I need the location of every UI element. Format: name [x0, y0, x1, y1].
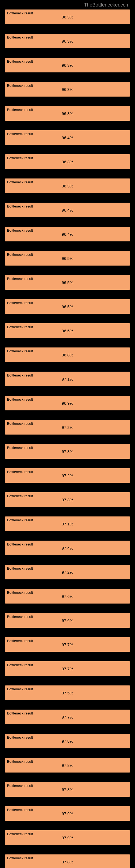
- bar-value: 96.3%: [62, 87, 74, 92]
- bar-value: 96.5%: [62, 329, 74, 333]
- bar-label: Bottleneck result: [7, 494, 33, 498]
- bar-row: Bottleneck result96.4%: [5, 130, 130, 145]
- bar-label: Bottleneck result: [7, 518, 33, 522]
- bottleneck-chart: Bottleneck result96.3%Bottleneck result9…: [0, 9, 135, 868]
- bar-label: Bottleneck result: [7, 373, 33, 377]
- bar-label: Bottleneck result: [7, 446, 33, 450]
- bar-row: Bottleneck result96.5%: [5, 299, 130, 314]
- bar-value: 96.8%: [62, 352, 74, 357]
- bar-value: 97.8%: [62, 763, 74, 768]
- bar-value: 96.3%: [62, 159, 74, 164]
- bar-row: Bottleneck result96.5%: [5, 251, 130, 266]
- bar-row: Bottleneck result96.3%: [5, 154, 130, 169]
- bar-label: Bottleneck result: [7, 301, 33, 305]
- bar-label: Bottleneck result: [7, 590, 33, 595]
- bar-row: Bottleneck result97.6%: [5, 613, 130, 628]
- bar-label: Bottleneck result: [7, 711, 33, 715]
- bar-label: Bottleneck result: [7, 760, 33, 764]
- bar-label: Bottleneck result: [7, 784, 33, 788]
- bar-row: Bottleneck result97.8%: [5, 734, 130, 748]
- bar-label: Bottleneck result: [7, 566, 33, 570]
- bar-row: Bottleneck result96.5%: [5, 323, 130, 338]
- bar-value: 97.5%: [62, 691, 74, 695]
- bar-value: 97.1%: [62, 522, 74, 526]
- bar-row: Bottleneck result97.4%: [5, 540, 130, 555]
- bar-value: 96.3%: [62, 14, 74, 19]
- bar-row: Bottleneck result97.2%: [5, 468, 130, 483]
- site-title: TheBottlenecker.com: [84, 2, 130, 8]
- bar-row: Bottleneck result96.3%: [5, 34, 130, 48]
- bar-label: Bottleneck result: [7, 808, 33, 812]
- bar-label: Bottleneck result: [7, 397, 33, 401]
- bar-row: Bottleneck result97.9%: [5, 830, 130, 845]
- bar-label: Bottleneck result: [7, 542, 33, 546]
- bar-label: Bottleneck result: [7, 180, 33, 184]
- bar-label: Bottleneck result: [7, 615, 33, 619]
- bar-value: 97.7%: [62, 642, 74, 647]
- bar-value: 97.8%: [62, 739, 74, 744]
- bar-row: Bottleneck result97.1%: [5, 372, 130, 386]
- bar-row: Bottleneck result97.3%: [5, 444, 130, 459]
- bar-value: 97.2%: [62, 473, 74, 478]
- bar-label: Bottleneck result: [7, 108, 33, 112]
- bar-row: Bottleneck result97.3%: [5, 492, 130, 507]
- bar-label: Bottleneck result: [7, 687, 33, 691]
- bar-value: 96.3%: [62, 63, 74, 67]
- bar-label: Bottleneck result: [7, 663, 33, 667]
- bar-label: Bottleneck result: [7, 349, 33, 353]
- bar-row: Bottleneck result97.9%: [5, 806, 130, 821]
- bar-value: 96.5%: [62, 256, 74, 261]
- bar-row: Bottleneck result96.8%: [5, 347, 130, 362]
- bar-label: Bottleneck result: [7, 325, 33, 329]
- bar-label: Bottleneck result: [7, 84, 33, 88]
- bar-row: Bottleneck result97.8%: [5, 782, 130, 797]
- bar-label: Bottleneck result: [7, 856, 33, 860]
- bar-value: 96.4%: [62, 208, 74, 212]
- bar-row: Bottleneck result96.3%: [5, 106, 130, 121]
- bar-value: 97.7%: [62, 715, 74, 719]
- bar-value: 97.6%: [62, 594, 74, 599]
- bar-label: Bottleneck result: [7, 252, 33, 257]
- bar-label: Bottleneck result: [7, 832, 33, 836]
- bar-row: Bottleneck result97.5%: [5, 685, 130, 700]
- bar-value: 96.3%: [62, 111, 74, 116]
- bar-value: 97.1%: [62, 377, 74, 381]
- bar-row: Bottleneck result97.8%: [5, 855, 130, 868]
- bar-value: 96.4%: [62, 135, 74, 140]
- bar-label: Bottleneck result: [7, 132, 33, 136]
- bar-value: 96.5%: [62, 280, 74, 285]
- bar-label: Bottleneck result: [7, 59, 33, 63]
- bar-label: Bottleneck result: [7, 204, 33, 208]
- bar-value: 97.9%: [62, 811, 74, 816]
- bar-value: 96.9%: [62, 401, 74, 405]
- bar-value: 96.3%: [62, 39, 74, 43]
- bar-value: 97.4%: [62, 546, 74, 550]
- bar-label: Bottleneck result: [7, 470, 33, 474]
- bar-row: Bottleneck result97.2%: [5, 420, 130, 435]
- bar-row: Bottleneck result96.3%: [5, 9, 130, 24]
- bar-row: Bottleneck result96.5%: [5, 275, 130, 290]
- bar-label: Bottleneck result: [7, 735, 33, 739]
- bar-value: 97.7%: [62, 666, 74, 671]
- site-header: TheBottlenecker.com: [0, 0, 135, 9]
- bar-row: Bottleneck result96.3%: [5, 179, 130, 193]
- bar-value: 97.9%: [62, 835, 74, 840]
- bar-value: 97.3%: [62, 497, 74, 502]
- bar-row: Bottleneck result97.2%: [5, 565, 130, 579]
- bar-row: Bottleneck result96.4%: [5, 203, 130, 217]
- bar-value: 97.2%: [62, 425, 74, 430]
- bar-value: 96.3%: [62, 184, 74, 188]
- bar-label: Bottleneck result: [7, 639, 33, 643]
- bar-row: Bottleneck result96.3%: [5, 82, 130, 97]
- bar-row: Bottleneck result96.3%: [5, 58, 130, 72]
- bar-value: 97.2%: [62, 570, 74, 575]
- bar-row: Bottleneck result96.4%: [5, 227, 130, 241]
- bar-label: Bottleneck result: [7, 277, 33, 281]
- bar-row: Bottleneck result97.7%: [5, 661, 130, 676]
- bar-row: Bottleneck result96.9%: [5, 396, 130, 410]
- bar-value: 96.5%: [62, 304, 74, 309]
- bar-row: Bottleneck result97.8%: [5, 758, 130, 773]
- bar-label: Bottleneck result: [7, 11, 33, 15]
- bar-row: Bottleneck result97.7%: [5, 710, 130, 724]
- bar-value: 97.8%: [62, 860, 74, 864]
